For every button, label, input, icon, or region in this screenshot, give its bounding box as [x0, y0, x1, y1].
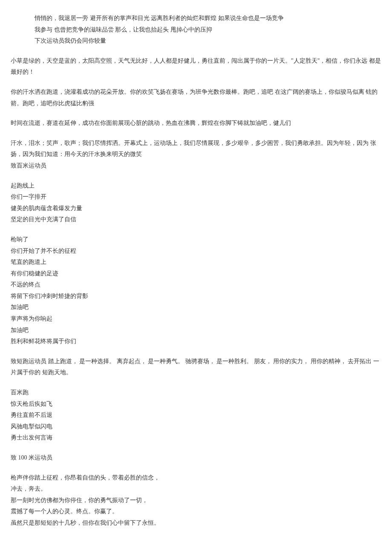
- stanza: 枪声伴你踏上征程，你昂着自信的头，带着必胜的信念， 冲去，奔去。 那一刻时光仿佛…: [11, 472, 381, 529]
- text-line: 致百米运动员: [11, 160, 381, 172]
- text-line: 震撼了每一个人的心灵。终点。你赢了。: [11, 506, 381, 517]
- text-line: 健美的肌肉蕴含着爆发力量: [11, 203, 381, 214]
- text-line: 风驰电掣似闪电: [11, 421, 381, 433]
- text-line: 你们开始了并不长的征程: [11, 246, 381, 257]
- text-line: 加油吧: [11, 325, 381, 336]
- stanza: 起跑线上 你们一字排开 健美的肌肉蕴含着爆发力量 坚定的目光中充满了自信: [11, 180, 381, 225]
- paragraph: 时间在流逝，赛道在延伸，成功在你面前展现心脏的跳动，热血在沸腾，辉煌在你脚下铸就…: [11, 118, 381, 129]
- text-line: 勇往直前不后退: [11, 410, 381, 421]
- text-line: 有你们稳健的足迹: [11, 268, 381, 280]
- text-line: 起跑线上: [11, 180, 381, 192]
- text-line: 笔直的跑道上: [11, 257, 381, 268]
- text-line: 坚定的目光中充满了自信: [11, 214, 381, 225]
- stanza: 百米跑 惊天枪后疾如飞 勇往直前不后退 风驰电掣似闪电 勇士出发何言诲: [11, 387, 381, 444]
- text-line: 你们一字排开: [11, 191, 381, 203]
- paragraph: 你的汗水洒在跑道，浇灌着成功的花朵开放。你的欢笑飞扬在赛场，为班争光数你最棒。跑…: [11, 87, 381, 109]
- text-line: 我参与 也曾把竞争的滋味品尝 那么，让我也抬起头 甩掉心中的压抑: [35, 24, 381, 36]
- text-line: 枪声伴你踏上征程，你昂着自信的头，带着必胜的信念，: [11, 472, 381, 484]
- text-line: 枪响了: [11, 234, 381, 246]
- paragraph: 致 100 米运动员: [11, 452, 381, 464]
- text-line: 不远的终点: [11, 279, 381, 291]
- paragraph: 小草是绿的，天空是蓝的，太阳高空照，天气无比好，人人都是好健儿，勇往直前，闯出属…: [11, 55, 381, 78]
- text-line: 汗水，泪水；笑声，歌声；我们尽情挥洒。开幕式上，运动场上，我们尽情展现，多少艰辛…: [11, 138, 381, 160]
- paragraph-group: 汗水，泪水；笑声，歌声；我们尽情挥洒。开幕式上，运动场上，我们尽情展现，多少艰辛…: [11, 138, 381, 172]
- text-line: 胜利和鲜花终将属于你们: [11, 336, 381, 347]
- text-line: 将留下你们冲刺时矫捷的背影: [11, 291, 381, 302]
- text-line: 加油吧: [11, 302, 381, 313]
- text-line: 虽然只是那短短的十几秒，但你在我们心中留下了永恒。: [11, 517, 381, 529]
- text-line: 悄悄的，我退居一旁 避开所有的掌声和目光 远离胜利者的灿烂和辉煌 如果说生命也是…: [35, 13, 381, 24]
- text-line: 冲去，奔去。: [11, 483, 381, 495]
- text-line: 勇士出发何言诲: [11, 432, 381, 444]
- text-line: 百米跑: [11, 387, 381, 399]
- opening-block: 悄悄的，我退居一旁 避开所有的掌声和目光 远离胜利者的灿烂和辉煌 如果说生命也是…: [11, 13, 381, 47]
- paragraph: 致短跑运动员 踏上跑道， 是一种选择。 离弃起点， 是一种勇气。 驰骋赛场， 是…: [11, 356, 381, 379]
- text-line: 那一刻时光仿佛都为你停住，你的勇气振动了一切，: [11, 495, 381, 506]
- stanza: 枪响了 你们开始了并不长的征程 笔直的跑道上 有你们稳健的足迹 不远的终点 将留…: [11, 234, 381, 347]
- text-line: 下次运动员我仍会同你较量: [35, 35, 381, 47]
- text-line: 掌声将为你响起: [11, 313, 381, 325]
- text-line: 惊天枪后疾如飞: [11, 399, 381, 410]
